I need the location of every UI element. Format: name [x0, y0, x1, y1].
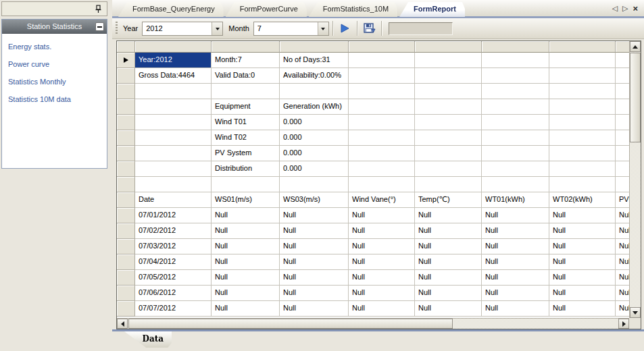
row-header[interactable]: [117, 146, 135, 161]
scroll-tabs-left-icon[interactable]: ◁: [612, 4, 617, 13]
grid-cell[interactable]: No of Days:31: [280, 53, 349, 68]
grid-cell[interactable]: Null: [415, 254, 482, 270]
grid-cell[interactable]: [135, 130, 212, 146]
grid-cell[interactable]: Null: [616, 223, 629, 239]
grid-cell[interactable]: Null: [280, 239, 349, 254]
grid-cell[interactable]: [549, 177, 616, 192]
grid-cell[interactable]: Gross Data:4464: [135, 68, 212, 84]
row-header[interactable]: [117, 130, 135, 146]
grid-cell[interactable]: [482, 130, 549, 146]
grid-corner-cell[interactable]: [117, 41, 135, 53]
grid-cell[interactable]: [280, 177, 349, 192]
tab-data[interactable]: Data: [124, 331, 172, 348]
row-header[interactable]: [117, 270, 135, 286]
grid-cell[interactable]: [549, 115, 616, 130]
scroll-up-button[interactable]: [630, 41, 641, 52]
grid-cell[interactable]: Null: [212, 301, 280, 317]
grid-cell[interactable]: [616, 68, 629, 84]
scroll-left-button[interactable]: [117, 319, 128, 329]
grid-cell[interactable]: [616, 84, 629, 99]
grid-cell[interactable]: Null: [616, 286, 629, 301]
grid-cell[interactable]: Null: [212, 208, 280, 223]
export-save-button[interactable]: [362, 21, 378, 36]
grid-cell[interactable]: Null: [212, 239, 280, 254]
grid-cell[interactable]: [482, 68, 549, 84]
grid-cell[interactable]: Null: [549, 301, 616, 317]
grid-cell[interactable]: 0.000: [280, 146, 349, 161]
collapse-panel-button[interactable]: [95, 22, 104, 31]
grid-cell[interactable]: Null: [415, 239, 482, 254]
grid-cell[interactable]: Temp(℃): [415, 192, 482, 208]
grid-cell[interactable]: [415, 68, 482, 84]
grid-cell[interactable]: WS03(m/s): [280, 192, 349, 208]
grid-cell[interactable]: [135, 177, 212, 192]
grid-cell[interactable]: [616, 161, 629, 177]
column-header[interactable]: [616, 41, 629, 53]
grid-cell[interactable]: PV01(kWh): [616, 192, 629, 208]
grid-cell[interactable]: [415, 53, 482, 68]
toolbar-textbox[interactable]: [389, 22, 453, 35]
grid-cell[interactable]: Availability:0.00%: [280, 68, 349, 84]
row-header[interactable]: [117, 208, 135, 223]
grid-cell[interactable]: [212, 84, 280, 99]
vertical-scroll-thumb[interactable]: [630, 53, 641, 142]
run-query-button[interactable]: [337, 21, 353, 36]
column-header[interactable]: [280, 41, 349, 53]
column-header[interactable]: [212, 41, 280, 53]
row-header[interactable]: [117, 161, 135, 177]
row-header[interactable]: [117, 53, 135, 68]
row-header[interactable]: [117, 84, 135, 99]
column-header[interactable]: [549, 41, 616, 53]
grid-cell[interactable]: [482, 177, 549, 192]
grid-cell[interactable]: [415, 130, 482, 146]
grid-cell[interactable]: Equipment: [212, 99, 280, 115]
grid-cell[interactable]: 0.000: [280, 130, 349, 146]
grid-cell[interactable]: [415, 84, 482, 99]
grid-cell[interactable]: WT02(kWh): [549, 192, 616, 208]
grid-cell[interactable]: Null: [415, 286, 482, 301]
sidebar-item-statistics-monthly[interactable]: Statistics Monthly: [8, 78, 107, 86]
grid-cell[interactable]: Null: [549, 239, 616, 254]
grid-cell[interactable]: Month:7: [212, 53, 280, 68]
auto-hide-pin-icon[interactable]: [93, 3, 103, 14]
grid-cell[interactable]: 0.000: [280, 161, 349, 177]
grid-cell[interactable]: 07/06/2012: [135, 286, 212, 301]
grid-cell[interactable]: [415, 99, 482, 115]
grid-cell[interactable]: Null: [280, 254, 349, 270]
year-dropdown-button[interactable]: [212, 22, 222, 35]
tab-formbase-queryenergy[interactable]: FormBase_QueryEnergy: [118, 2, 224, 17]
toolbar-drag-handle[interactable]: [116, 22, 118, 35]
horizontal-scroll-thumb[interactable]: [128, 319, 453, 329]
month-combobox[interactable]: 7: [253, 22, 329, 36]
grid-cell[interactable]: 07/05/2012: [135, 270, 212, 286]
grid-cell[interactable]: [349, 161, 415, 177]
grid-cell[interactable]: [349, 146, 415, 161]
row-header[interactable]: [117, 177, 135, 192]
grid-cell[interactable]: [212, 177, 280, 192]
grid-cell[interactable]: 0.000: [280, 115, 349, 130]
grid-cell[interactable]: [349, 53, 415, 68]
grid-cell[interactable]: Null: [482, 301, 549, 317]
grid-cell[interactable]: Null: [415, 270, 482, 286]
grid-cell[interactable]: [616, 115, 629, 130]
grid-cell[interactable]: Null: [349, 301, 415, 317]
grid-cell[interactable]: [482, 161, 549, 177]
grid-cell[interactable]: [415, 146, 482, 161]
grid-cell[interactable]: [415, 177, 482, 192]
grid-cell[interactable]: [482, 115, 549, 130]
grid-cell[interactable]: [135, 84, 212, 99]
grid-cell[interactable]: Null: [349, 208, 415, 223]
grid-cell[interactable]: Null: [349, 286, 415, 301]
grid-cell[interactable]: Null: [616, 208, 629, 223]
grid-cell[interactable]: Null: [616, 301, 629, 317]
grid-cell[interactable]: Null: [549, 208, 616, 223]
grid-cell[interactable]: Null: [280, 286, 349, 301]
column-header[interactable]: [415, 41, 482, 53]
grid-cell[interactable]: Null: [549, 254, 616, 270]
row-header[interactable]: [117, 286, 135, 301]
grid-cell[interactable]: Null: [212, 254, 280, 270]
grid-cell[interactable]: Null: [349, 223, 415, 239]
grid-cell[interactable]: [549, 53, 616, 68]
grid-cell[interactable]: Distribution: [212, 161, 280, 177]
grid-cell[interactable]: Valid Data:0: [212, 68, 280, 84]
